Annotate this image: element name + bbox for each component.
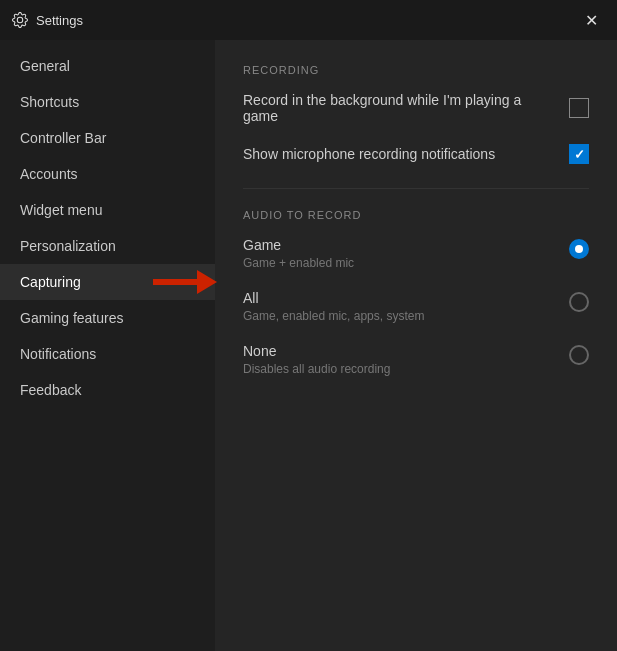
recording-section-header: RECORDING bbox=[243, 64, 589, 76]
audio-option-all: All Game, enabled mic, apps, system bbox=[243, 290, 589, 323]
sidebar-label-general: General bbox=[20, 58, 70, 74]
mic-notifications-label: Show microphone recording notifications bbox=[243, 146, 569, 162]
audio-section-header: AUDIO TO RECORD bbox=[243, 209, 589, 221]
audio-option-game: Game Game + enabled mic bbox=[243, 237, 589, 270]
audio-option-all-subtitle: Game, enabled mic, apps, system bbox=[243, 309, 569, 323]
settings-icon bbox=[12, 12, 28, 28]
close-button[interactable]: ✕ bbox=[577, 6, 605, 34]
sidebar-label-shortcuts: Shortcuts bbox=[20, 94, 79, 110]
sidebar-item-feedback[interactable]: Feedback bbox=[0, 372, 215, 408]
audio-option-none-title: None bbox=[243, 343, 569, 359]
sidebar-label-personalization: Personalization bbox=[20, 238, 116, 254]
sidebar-item-general[interactable]: General bbox=[0, 48, 215, 84]
main-panel: RECORDING Record in the background while… bbox=[215, 40, 617, 651]
audio-option-none-text: None Disables all audio recording bbox=[243, 343, 569, 376]
svg-rect-0 bbox=[153, 279, 197, 285]
section-divider bbox=[243, 188, 589, 189]
sidebar-item-notifications[interactable]: Notifications bbox=[0, 336, 215, 372]
sidebar-label-accounts: Accounts bbox=[20, 166, 78, 182]
audio-option-none-subtitle: Disables all audio recording bbox=[243, 362, 569, 376]
sidebar-label-notifications: Notifications bbox=[20, 346, 96, 362]
recording-section: RECORDING Record in the background while… bbox=[243, 64, 589, 168]
audio-option-game-text: Game Game + enabled mic bbox=[243, 237, 569, 270]
sidebar-item-accounts[interactable]: Accounts bbox=[0, 156, 215, 192]
settings-window: Settings ✕ General Shortcuts Controller … bbox=[0, 0, 617, 651]
mic-notifications-checkbox[interactable] bbox=[569, 144, 589, 164]
background-recording-label: Record in the background while I'm playi… bbox=[243, 92, 569, 124]
audio-option-none-radio[interactable] bbox=[569, 345, 589, 365]
sidebar-item-capturing[interactable]: Capturing bbox=[0, 264, 215, 300]
audio-option-all-title: All bbox=[243, 290, 569, 306]
sidebar-label-gaming-features: Gaming features bbox=[20, 310, 124, 326]
window-title: Settings bbox=[36, 13, 83, 28]
svg-marker-1 bbox=[197, 270, 217, 294]
audio-option-game-title: Game bbox=[243, 237, 569, 253]
audio-option-none: None Disables all audio recording bbox=[243, 343, 589, 376]
titlebar: Settings ✕ bbox=[0, 0, 617, 40]
audio-option-all-text: All Game, enabled mic, apps, system bbox=[243, 290, 569, 323]
content-area: General Shortcuts Controller Bar Account… bbox=[0, 40, 617, 651]
audio-option-game-subtitle: Game + enabled mic bbox=[243, 256, 569, 270]
mic-notifications-row: Show microphone recording notifications bbox=[243, 140, 589, 168]
background-recording-row: Record in the background while I'm playi… bbox=[243, 92, 589, 124]
sidebar-label-feedback: Feedback bbox=[20, 382, 81, 398]
sidebar-item-controller-bar[interactable]: Controller Bar bbox=[0, 120, 215, 156]
background-recording-checkbox[interactable] bbox=[569, 98, 589, 118]
sidebar-label-capturing: Capturing bbox=[20, 274, 81, 290]
sidebar-item-personalization[interactable]: Personalization bbox=[0, 228, 215, 264]
sidebar-label-controller-bar: Controller Bar bbox=[20, 130, 106, 146]
audio-option-all-radio[interactable] bbox=[569, 292, 589, 312]
sidebar-label-widget-menu: Widget menu bbox=[20, 202, 102, 218]
sidebar: General Shortcuts Controller Bar Account… bbox=[0, 40, 215, 651]
sidebar-item-widget-menu[interactable]: Widget menu bbox=[0, 192, 215, 228]
audio-section: AUDIO TO RECORD Game Game + enabled mic … bbox=[243, 209, 589, 376]
red-arrow-icon bbox=[153, 270, 217, 294]
titlebar-left: Settings bbox=[12, 12, 83, 28]
sidebar-item-gaming-features[interactable]: Gaming features bbox=[0, 300, 215, 336]
audio-option-game-radio[interactable] bbox=[569, 239, 589, 259]
sidebar-item-shortcuts[interactable]: Shortcuts bbox=[0, 84, 215, 120]
